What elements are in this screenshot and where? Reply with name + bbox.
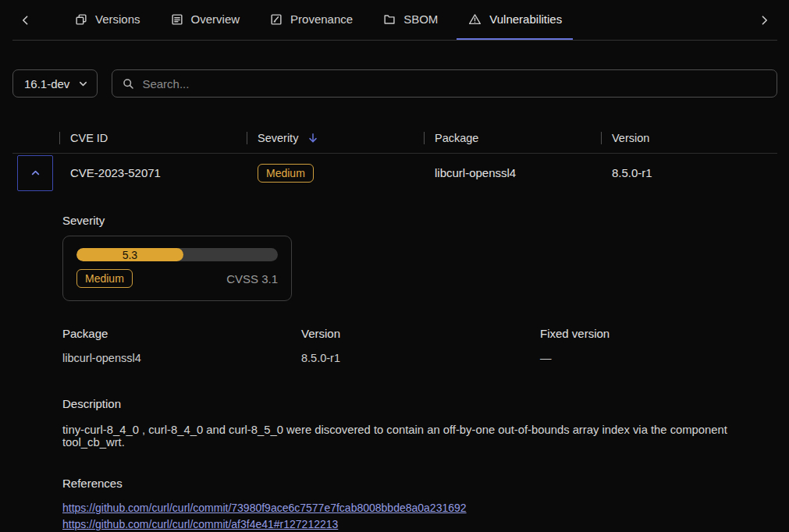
filter-bar: 16.1-dev xyxy=(12,69,777,98)
tab-label: Vulnerabilities xyxy=(489,12,562,26)
cvss-version-label: CVSS 3.1 xyxy=(226,272,278,286)
field-value: 8.5.0-r1 xyxy=(301,352,540,364)
chevron-right-icon xyxy=(758,14,770,27)
tabs: Versions Overview Provenance SBOM Vulner… xyxy=(59,0,577,40)
chevron-down-icon xyxy=(77,78,89,90)
severity-level-badge: Medium xyxy=(76,269,133,288)
search-input[interactable] xyxy=(142,77,767,90)
tab-label: Versions xyxy=(95,12,140,26)
description-text: tiny-curl-8_4_0 , curl-8_4_0 and curl-8_… xyxy=(62,424,766,449)
references-heading: References xyxy=(62,477,766,490)
reference-links: https://github.com/curl/curl/commit/7398… xyxy=(62,501,766,532)
description-heading: Description xyxy=(62,397,766,410)
field-label: Version xyxy=(301,327,540,340)
field-value: libcurl-openssl4 xyxy=(62,352,301,364)
tag-selector[interactable]: 16.1-dev xyxy=(12,69,98,98)
severity-heading: Severity xyxy=(62,214,766,227)
package-cell: libcurl-openssl4 xyxy=(424,166,601,179)
version-cell: 8.5.0-r1 xyxy=(601,166,777,179)
column-divider xyxy=(59,132,60,144)
tab-label: Overview xyxy=(191,12,240,26)
tab-vulnerabilities[interactable]: Vulnerabilities xyxy=(457,0,573,40)
tab-bar: Versions Overview Provenance SBOM Vulner… xyxy=(12,0,777,41)
column-label: Package xyxy=(435,132,478,144)
reference-link[interactable]: https://github.com/curl/curl/commit/7398… xyxy=(62,501,766,516)
cvss-score-bar: 5.3 xyxy=(76,248,278,261)
column-label: Version xyxy=(612,132,649,144)
nav-back-button[interactable] xyxy=(12,0,39,40)
tab-sbom[interactable]: SBOM xyxy=(371,0,449,40)
vulnerabilities-table: CVE ID Severity Package Version CVE-202 xyxy=(12,122,777,532)
search-icon xyxy=(122,77,135,90)
warning-icon xyxy=(467,12,482,27)
field-label: Fixed version xyxy=(540,327,779,340)
column-divider xyxy=(424,132,425,144)
vulnerability-detail: Severity 5.3 Medium CVSS 3.1 Package lib… xyxy=(12,192,777,532)
column-header-cve-id[interactable]: CVE ID xyxy=(59,122,247,153)
column-divider xyxy=(247,132,247,144)
provenance-icon xyxy=(269,12,283,27)
cve-id-cell: CVE-2023-52071 xyxy=(59,166,247,179)
field-value: — xyxy=(540,352,779,364)
severity-cell: Medium xyxy=(247,164,424,183)
cvss-score-fill: 5.3 xyxy=(76,248,183,261)
severity-badge: Medium xyxy=(258,164,314,183)
column-header-severity[interactable]: Severity xyxy=(247,122,424,153)
search-box xyxy=(112,69,777,98)
cvss-card: 5.3 Medium CVSS 3.1 xyxy=(62,236,292,301)
detail-fields: Package libcurl-openssl4 Version 8.5.0-r… xyxy=(62,327,766,364)
versions-icon xyxy=(74,12,88,27)
sort-desc-icon[interactable] xyxy=(307,132,319,144)
table-header: CVE ID Severity Package Version xyxy=(12,122,777,154)
cvss-score-value: 5.3 xyxy=(123,249,137,261)
tag-selector-value: 16.1-dev xyxy=(24,77,69,90)
tab-label: SBOM xyxy=(403,12,438,26)
field-version: Version 8.5.0-r1 xyxy=(301,327,540,364)
folder-icon xyxy=(382,12,396,27)
reference-link[interactable]: https://github.com/curl/curl/commit/af3f… xyxy=(62,517,766,532)
field-package: Package libcurl-openssl4 xyxy=(62,327,301,364)
column-label: CVE ID xyxy=(70,132,108,144)
expand-cell xyxy=(12,155,59,191)
tab-overview[interactable]: Overview xyxy=(159,0,251,40)
chevron-up-icon xyxy=(29,166,42,179)
tab-versions[interactable]: Versions xyxy=(63,0,151,40)
column-header-package[interactable]: Package xyxy=(424,122,601,153)
tab-provenance[interactable]: Provenance xyxy=(258,0,364,40)
column-header-version[interactable]: Version xyxy=(601,122,777,153)
column-divider xyxy=(601,132,602,144)
expand-column-header xyxy=(12,122,59,153)
collapse-row-button[interactable] xyxy=(17,155,53,191)
overview-icon xyxy=(170,12,184,27)
column-label: Severity xyxy=(258,132,298,144)
table-row[interactable]: CVE-2023-52071 Medium libcurl-openssl4 8… xyxy=(12,154,777,192)
chevron-left-icon xyxy=(20,14,32,27)
tab-label: Provenance xyxy=(290,12,353,26)
field-label: Package xyxy=(62,327,301,340)
nav-forward-button[interactable] xyxy=(751,0,777,40)
field-fixed-version: Fixed version — xyxy=(540,327,779,364)
cvss-meta: Medium CVSS 3.1 xyxy=(76,269,278,288)
